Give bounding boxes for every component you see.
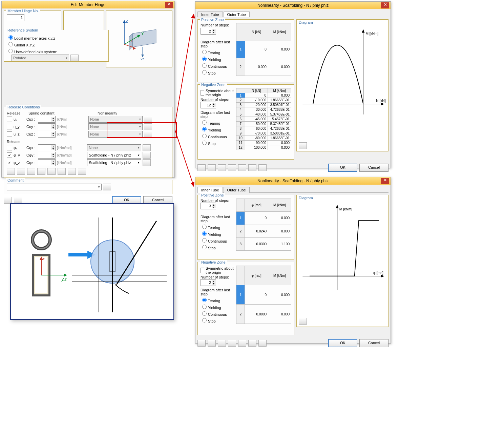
svg-marker-3	[123, 20, 126, 23]
svg-text:M [kNm]: M [kNm]	[365, 32, 378, 36]
tool-mt-icon[interactable]	[37, 168, 45, 175]
tool-vz-icon[interactable]	[27, 168, 35, 175]
nonlinearity-window-inner: Nonlinearity - Scaffolding - N / phiy ph…	[195, 177, 391, 344]
radio-global-axes[interactable]: Global X,Y,Z	[7, 41, 106, 47]
close-icon[interactable]: ✕	[381, 2, 389, 8]
spring-ux-input: ▲▼	[38, 116, 56, 123]
nonlin-phiz-combo[interactable]: Scaffolding - N / phiy phiz▾	[87, 159, 141, 166]
nonlin-phiy-combo[interactable]: Scaffolding - N / phiy phiz▾	[87, 152, 141, 159]
default-icon[interactable]	[14, 197, 22, 204]
positive-zone-table[interactable]: φ [rad]M [kNm]100.00020.02400.00030.0300…	[236, 199, 291, 251]
negative-zone-table[interactable]: φ [rad]M [kNm]100.00020.00000.000	[236, 266, 291, 324]
svg-line-15	[175, 14, 194, 125]
radio-user-defined[interactable]: User-defined axis system:	[7, 48, 106, 54]
svg-marker-0	[132, 29, 156, 47]
neg-steps-input[interactable]: 12▲▼	[201, 102, 216, 108]
svg-marker-26	[381, 275, 384, 277]
tab-inner-tube[interactable]: Inner Tube	[197, 187, 223, 193]
help-icon[interactable]	[4, 197, 12, 204]
svg-point-30	[33, 231, 50, 249]
radio-local-axes[interactable]: Local member axes x,y,z	[7, 34, 106, 40]
svg-text:y,z: y,z	[61, 277, 67, 282]
edit-member-hinge-window: Edit Member Hinge ✕ Member Hinge No. 1 Z	[1, 1, 175, 178]
section-negative-zone: Negative Zone	[200, 83, 227, 87]
tab-outer-tube[interactable]: Outer Tube	[224, 12, 250, 17]
ok-button[interactable]: OK	[328, 339, 357, 347]
nonlin-uy-combo[interactable]: None▾	[88, 123, 143, 130]
positive-zone-table[interactable]: N [kN]M [kNm]100.00020.0000.000	[236, 23, 291, 76]
axis-3d-icon: Z Y X Vz Mz	[112, 17, 166, 61]
svg-marker-24	[336, 205, 339, 208]
rotated-combo: Rotated▾	[12, 55, 69, 61]
svg-text:N [kN]: N [kN]	[376, 99, 386, 103]
help-icon[interactable]	[197, 340, 206, 347]
section-reference-system: Reference System	[6, 28, 39, 32]
section-release-conditions: Release Conditions	[6, 105, 41, 109]
check-phiz[interactable]: ✔	[7, 160, 12, 165]
tool-my-icon[interactable]	[47, 168, 56, 175]
window-title: Edit Member Hinge	[71, 2, 106, 7]
info-icon[interactable]	[299, 142, 307, 149]
spring-uy-input: ▲▼	[38, 123, 56, 130]
check-uz[interactable]	[7, 131, 12, 137]
svg-marker-12	[141, 55, 144, 57]
info-icon[interactable]	[299, 318, 307, 325]
window-title: Nonlinearity - Scaffolding - N / phiy ph…	[257, 3, 329, 8]
close-icon[interactable]: ✕	[165, 2, 173, 8]
tab-outer-tube[interactable]: Outer Tube	[224, 187, 250, 193]
svg-marker-18	[362, 29, 364, 33]
cancel-button[interactable]: Cancel	[359, 164, 388, 172]
radio-yielding[interactable]: Yielding	[201, 56, 234, 62]
tab-inner-tube[interactable]: Inner Tube	[197, 12, 223, 17]
tool-vy-icon[interactable]	[17, 168, 25, 175]
svg-text:Z: Z	[126, 19, 128, 23]
pos-steps-input[interactable]: 2▲▼	[201, 28, 216, 35]
svg-marker-37	[64, 273, 67, 277]
svg-text:Vz: Vz	[141, 57, 144, 61]
radio-continuous[interactable]: Continuous	[201, 62, 234, 68]
nonlinearity-window-outer: Nonlinearity - Scaffolding - N / phiy ph…	[195, 1, 391, 168]
illustration-frame: x y,z	[10, 203, 174, 320]
check-uy[interactable]	[7, 124, 12, 129]
svg-text:φ [rad]: φ [rad]	[373, 271, 383, 275]
svg-marker-20	[381, 103, 384, 105]
member-hinge-no-input[interactable]: 1	[7, 14, 24, 21]
diagram-panel: Diagram M [kNm] N [kN]	[296, 19, 388, 151]
check-symmetric[interactable]: Symmetric about the origin	[201, 89, 234, 97]
pos-steps-input[interactable]: 3▲▼	[201, 203, 216, 209]
radio-stop[interactable]: Stop	[201, 69, 234, 75]
negative-zone-table[interactable]: N [kN]M [kNm]100.0002-10.0001.86658E-013…	[236, 88, 291, 150]
check-phiy[interactable]: ✔	[7, 152, 12, 158]
close-icon[interactable]: ✕	[381, 178, 389, 184]
cancel-button[interactable]: Cancel	[359, 339, 388, 347]
nonlin-ux-browse[interactable]	[144, 116, 152, 123]
tool-n-icon[interactable]	[7, 168, 15, 175]
diagram-panel: Diagram M [kNm] φ [rad]	[296, 195, 388, 327]
ok-button[interactable]: OK	[328, 164, 357, 172]
help-icon[interactable]	[197, 164, 206, 171]
radio-tearing[interactable]: Tearing	[201, 49, 234, 55]
svg-text:X: X	[130, 39, 133, 43]
section-comment: Comment	[6, 178, 25, 182]
svg-line-16	[175, 129, 194, 186]
comment-browse-icon[interactable]	[103, 184, 111, 190]
browse-icon[interactable]	[70, 55, 79, 61]
comment-combo[interactable]: ▾	[7, 184, 102, 190]
nonlin-ux-combo[interactable]: None▾	[88, 116, 143, 123]
svg-text:Y: Y	[141, 32, 144, 36]
svg-text:x: x	[42, 256, 45, 261]
tool-mz-icon[interactable]	[58, 168, 66, 175]
section-positive-zone: Positive Zone	[200, 18, 225, 22]
check-phix[interactable]	[7, 145, 12, 150]
section-member-hinge-no: Member Hinge No.	[6, 9, 40, 13]
check-ux[interactable]	[7, 117, 12, 122]
svg-text:M [kNm]: M [kNm]	[339, 207, 352, 211]
titlebar: Edit Member Hinge ✕	[2, 1, 174, 8]
